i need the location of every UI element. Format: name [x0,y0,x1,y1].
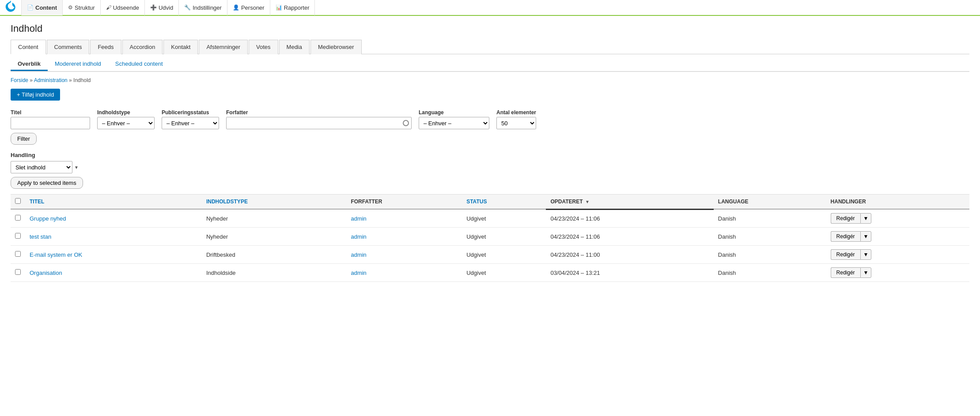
filter-publiceringsstatus-select[interactable]: – Enhver – [162,117,219,129]
filter-section: Titel Indholdstype – Enhver – Publicerin… [11,109,969,145]
row-forfatter-cell: admin [346,246,462,264]
row-titel-cell: Organisation [25,264,202,282]
rediger-button[interactable]: Redigér [831,249,860,260]
col-indholdstype-header[interactable]: INDHOLDSTYPE [202,195,347,210]
rediger-button[interactable]: Redigér [831,267,860,278]
struktur-icon: ⚙ [68,4,73,11]
row-indholdstype-cell: Nyheder [202,228,347,246]
row-opdateret-cell: 04/23/2024 – 11:00 [546,246,713,264]
col-opdateret-header[interactable]: OPDATERET ▼ [546,195,713,210]
table-row: Organisation Indholdside admin Udgivet 0… [11,264,969,282]
sub-tab-modereret[interactable]: Modereret indhold [48,58,108,71]
nav-personer[interactable]: 👤 Personer [227,0,270,15]
tab-bar: Content Comments Feeds Accordion Kontakt… [11,40,969,54]
rediger-button[interactable]: Redigér [831,213,860,224]
table-row: test stan Nyheder admin Udgivet 04/23/20… [11,228,969,246]
nav-rapporter[interactable]: 📊 Rapporter [270,0,315,15]
sub-tab-scheduled[interactable]: Scheduled content [108,58,170,71]
filter-button[interactable]: Filter [11,133,37,145]
action-button-group: Redigér ▼ [831,249,965,260]
sub-tab-bar: Overblik Modereret indhold Scheduled con… [11,54,969,72]
add-content-button[interactable]: + Tilføj indhold [11,89,60,101]
row-indholdstype-cell: Nyheder [202,209,347,228]
nav-content[interactable]: 📄 Content [21,0,63,15]
handling-row: Slet indhold ▼ [11,161,969,173]
row-titel-link[interactable]: test stan [30,233,51,240]
action-dropdown-button[interactable]: ▼ [860,213,872,224]
top-navigation: 📄 Content ⚙ Struktur 🖌 Udseende ➕ Udvid … [0,0,980,16]
row-status-cell: Udgivet [462,209,546,228]
row-titel-link[interactable]: Organisation [30,270,62,276]
breadcrumb-administration[interactable]: Administration [34,77,68,83]
breadcrumb-current: Indhold [73,77,91,83]
row-language-cell: Danish [714,246,826,264]
row-handlinger-cell: Redigér ▼ [826,264,969,282]
row-titel-link[interactable]: Gruppe nyhed [30,215,66,222]
sub-tab-overblik[interactable]: Overblik [11,58,48,71]
filter-indholdstype-group: Indholdstype – Enhver – [97,109,155,129]
filter-titel-label: Titel [11,109,90,116]
drupal-logo [4,0,18,15]
breadcrumb-forside[interactable]: Forside [11,77,28,83]
tab-media[interactable]: Media [279,40,310,54]
tab-comments[interactable]: Comments [47,40,90,54]
tab-accordion[interactable]: Accordion [122,40,163,54]
row-language-cell: Danish [714,209,826,228]
row-handlinger-cell: Redigér ▼ [826,209,969,228]
filter-titel-input[interactable] [11,117,90,129]
apply-to-selected-button[interactable]: Apply to selected items [11,177,83,189]
nav-udseende[interactable]: 🖌 Udseende [101,0,145,15]
row-forfatter-link[interactable]: admin [351,233,366,240]
select-all-checkbox[interactable] [15,198,21,204]
row-checkbox[interactable] [15,269,21,275]
row-checkbox-cell [11,209,25,228]
tab-votes[interactable]: Votes [249,40,278,54]
nav-udvid[interactable]: ➕ Udvid [145,0,179,15]
row-checkbox[interactable] [15,215,21,221]
col-titel-header[interactable]: TITEL [25,195,202,210]
tab-kontakt[interactable]: Kontakt [163,40,198,54]
tab-afstemninger[interactable]: Afstemninger [199,40,248,54]
filter-antal-select[interactable]: 50 25 100 [496,117,536,129]
action-button-group: Redigér ▼ [831,231,965,242]
rediger-button[interactable]: Redigér [831,231,860,242]
chevron-down-icon: ▼ [863,233,869,240]
row-titel-cell: Gruppe nyhed [25,209,202,228]
col-checkbox-header [11,195,25,210]
filter-publiceringsstatus-group: Publiceringsstatus – Enhver – [162,109,219,129]
action-dropdown-button[interactable]: ▼ [860,249,872,260]
table-row: Gruppe nyhed Nyheder admin Udgivet 04/23… [11,209,969,228]
row-checkbox[interactable] [15,233,21,239]
row-checkbox[interactable] [15,251,21,257]
row-language-cell: Danish [714,228,826,246]
action-dropdown-button[interactable]: ▼ [860,231,872,242]
col-forfatter-header[interactable]: FORFATTER [346,195,462,210]
indstillinger-icon: 🔧 [184,4,191,11]
handling-select[interactable]: Slet indhold [11,161,72,173]
row-forfatter-link[interactable]: admin [351,215,366,222]
nav-indstillinger[interactable]: 🔧 Indstillinger [179,0,227,15]
row-titel-link[interactable]: E-mail system er OK [30,251,82,258]
chevron-down-icon: ▼ [74,165,79,170]
tab-mediebrowser[interactable]: Mediebrowser [310,40,362,54]
search-icon [403,120,409,126]
filter-indholdstype-label: Indholdstype [97,109,155,116]
col-language-header[interactable]: LANGUAGE [714,195,826,210]
tab-feeds[interactable]: Feeds [90,40,121,54]
row-forfatter-link[interactable]: admin [351,270,366,276]
row-titel-cell: E-mail system er OK [25,246,202,264]
filter-language-select[interactable]: – Enhver – [419,117,489,129]
row-forfatter-link[interactable]: admin [351,251,366,258]
filter-indholdstype-select[interactable]: – Enhver – [97,117,155,129]
row-forfatter-cell: admin [346,264,462,282]
col-status-header[interactable]: STATUS [462,195,546,210]
tab-content[interactable]: Content [11,40,46,54]
breadcrumb: Forside » Administration » Indhold [11,77,969,83]
table-row: E-mail system er OK Driftbesked admin Ud… [11,246,969,264]
row-indholdstype-cell: Indholdside [202,264,347,282]
filter-forfatter-input[interactable] [226,117,412,129]
nav-struktur[interactable]: ⚙ Struktur [63,0,101,15]
row-handlinger-cell: Redigér ▼ [826,246,969,264]
chevron-down-icon: ▼ [863,270,869,276]
action-dropdown-button[interactable]: ▼ [860,267,872,278]
